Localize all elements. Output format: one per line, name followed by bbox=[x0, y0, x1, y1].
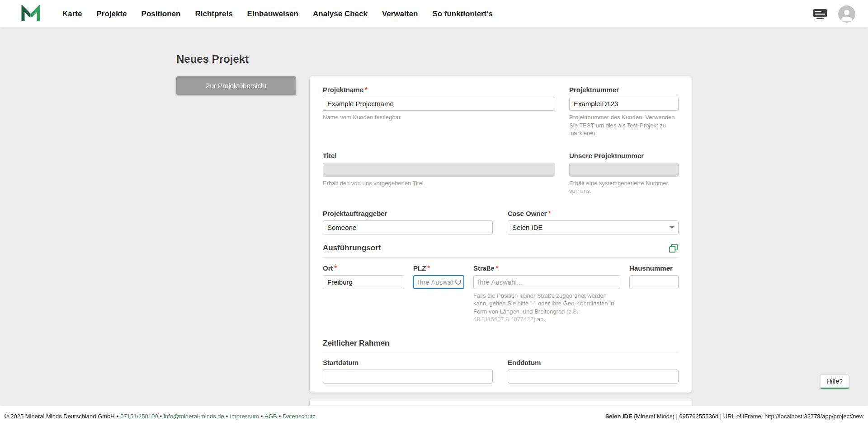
duplicate-icon[interactable] bbox=[668, 243, 679, 253]
case-owner-value: Selen IDE bbox=[512, 224, 543, 231]
strasse-label: Straße bbox=[473, 264, 495, 272]
field-startdatum: Startdatum bbox=[323, 359, 493, 384]
nav-item-so-funktionierts[interactable]: So funktioniert's bbox=[432, 9, 492, 19]
titel-input bbox=[323, 163, 555, 177]
required-mark: * bbox=[427, 264, 430, 272]
datenschutz-link[interactable]: Datenschutz bbox=[283, 413, 315, 420]
case-owner-label: Case Owner bbox=[508, 210, 547, 217]
project-form-card: Projektname * Name vom Kunden festlegbar… bbox=[310, 76, 692, 393]
section-divider bbox=[323, 352, 679, 352]
field-projektauftraggeber: Projektauftraggeber bbox=[323, 210, 493, 234]
field-ort: Ort * bbox=[323, 264, 404, 323]
case-owner-select[interactable]: Selen IDE bbox=[508, 220, 679, 234]
session-user: Selen IDE bbox=[605, 413, 632, 420]
user-avatar[interactable] bbox=[838, 5, 855, 23]
field-unsere-projektnummer: Unsere Projektnummer Erhält eine systemg… bbox=[569, 152, 679, 195]
navbar-right bbox=[812, 5, 855, 23]
field-plz: PLZ * bbox=[413, 264, 464, 323]
enddatum-input[interactable] bbox=[508, 370, 679, 384]
impressum-link[interactable]: Impressum bbox=[230, 413, 259, 420]
nav-item-verwalten[interactable]: Verwalten bbox=[382, 9, 418, 19]
required-mark: * bbox=[548, 209, 551, 217]
field-titel: Titel Erhält den von uns vorgegebenen Ti… bbox=[323, 152, 555, 195]
nav-item-einbauweisen[interactable]: Einbauweisen bbox=[247, 9, 298, 19]
page-title: Neues Projekt bbox=[176, 53, 692, 66]
hausnummer-label: Hausnummer bbox=[629, 264, 673, 272]
ort-input[interactable] bbox=[323, 275, 404, 289]
footer-session-info: Selen IDE (Mineral Minds) | 69576255536d… bbox=[605, 413, 863, 420]
person-icon bbox=[839, 7, 854, 23]
unsere-projektnummer-input bbox=[569, 163, 679, 177]
field-case-owner: Case Owner * Selen IDE bbox=[508, 210, 679, 234]
field-strasse: Straße * Falls die Position keiner Straß… bbox=[473, 264, 620, 323]
logo-m-icon bbox=[21, 5, 41, 23]
ausfuehrungsort-title: Ausführungsort bbox=[323, 243, 381, 253]
projektnummer-input[interactable] bbox=[569, 97, 679, 111]
footer: © 2025 Mineral Minds Deutschland GmbH•07… bbox=[0, 406, 868, 426]
nav-item-analyse-check[interactable]: Analyse Check bbox=[313, 9, 368, 19]
strasse-input[interactable] bbox=[473, 275, 620, 289]
unsere-projektnummer-label: Unsere Projektnummer bbox=[569, 152, 644, 159]
projektname-label: Projektname bbox=[323, 86, 363, 94]
card-reader-icon[interactable] bbox=[812, 8, 828, 20]
section-divider bbox=[323, 257, 679, 258]
email-link[interactable]: info@mineral-minds.de bbox=[164, 413, 224, 420]
agb-link[interactable]: AGB bbox=[264, 413, 277, 420]
field-projektnummer: Projektnummer Projektnummer des Kunden. … bbox=[569, 86, 679, 137]
projektnummer-helper: Projektnummer des Kunden. Verwenden Sie … bbox=[569, 113, 679, 137]
main-nav: Karte Projekte Positionen Richtpreis Ein… bbox=[62, 9, 493, 19]
nav-item-richtpreis[interactable]: Richtpreis bbox=[195, 9, 232, 19]
startdatum-input[interactable] bbox=[323, 370, 493, 384]
field-enddatum: Enddatum bbox=[508, 359, 679, 384]
ort-label: Ort bbox=[323, 264, 333, 272]
session-details: (Mineral Minds) | 69576255536d | URL of … bbox=[632, 413, 863, 420]
projektauftraggeber-input[interactable] bbox=[323, 220, 493, 234]
zeitlicher-rahmen-title: Zeitlicher Rahmen bbox=[323, 339, 389, 348]
phone-link[interactable]: 07151/250100 bbox=[120, 413, 158, 420]
enddatum-label: Enddatum bbox=[508, 359, 541, 366]
copyright-text: © 2025 Mineral Minds Deutschland GmbH bbox=[5, 413, 115, 420]
required-mark: * bbox=[335, 264, 337, 272]
nav-item-projekte[interactable]: Projekte bbox=[96, 9, 127, 19]
titel-label: Titel bbox=[323, 152, 337, 159]
top-navbar: Karte Projekte Positionen Richtpreis Ein… bbox=[0, 0, 868, 28]
projektauftraggeber-label: Projektauftraggeber bbox=[323, 210, 387, 217]
hausnummer-input[interactable] bbox=[629, 275, 679, 289]
field-projektname: Projektname * Name vom Kunden festlegbar bbox=[323, 86, 555, 137]
strasse-helper-main: Falls die Position keiner Straße zugeord… bbox=[473, 292, 614, 315]
strasse-helper-suffix: an. bbox=[535, 316, 545, 323]
back-to-project-overview-button[interactable]: Zur Projektübersicht bbox=[176, 76, 296, 95]
strasse-helper: Falls die Position keiner Straße zugeord… bbox=[473, 292, 620, 323]
nav-item-positionen[interactable]: Positionen bbox=[142, 9, 181, 19]
section-zeitlicher-rahmen: Zeitlicher Rahmen bbox=[323, 339, 679, 348]
projektnummer-label: Projektnummer bbox=[569, 86, 619, 94]
chevron-down-icon bbox=[670, 226, 674, 229]
titel-helper: Erhält den von uns vorgegebenen Titel. bbox=[323, 179, 555, 187]
mineral-minds-logo[interactable] bbox=[21, 5, 41, 23]
field-hausnummer: Hausnummer bbox=[629, 264, 679, 323]
projektname-helper: Name vom Kunden festlegbar bbox=[323, 113, 555, 122]
plz-label: PLZ bbox=[413, 264, 426, 272]
required-mark: * bbox=[365, 85, 368, 93]
unsere-projektnummer-helper: Erhält eine systemgenerierte Nummer von … bbox=[569, 179, 679, 195]
nav-item-karte[interactable]: Karte bbox=[62, 9, 82, 19]
projektname-input[interactable] bbox=[323, 97, 555, 111]
help-button[interactable]: Hilfe? bbox=[820, 375, 849, 389]
required-mark: * bbox=[496, 264, 499, 272]
startdatum-label: Startdatum bbox=[323, 359, 359, 366]
section-ausfuehrungsort: Ausführungsort bbox=[323, 243, 679, 253]
page-content: Neues Projekt Zur Projektübersicht Proje… bbox=[176, 53, 692, 410]
footer-left: © 2025 Mineral Minds Deutschland GmbH•07… bbox=[5, 413, 316, 420]
